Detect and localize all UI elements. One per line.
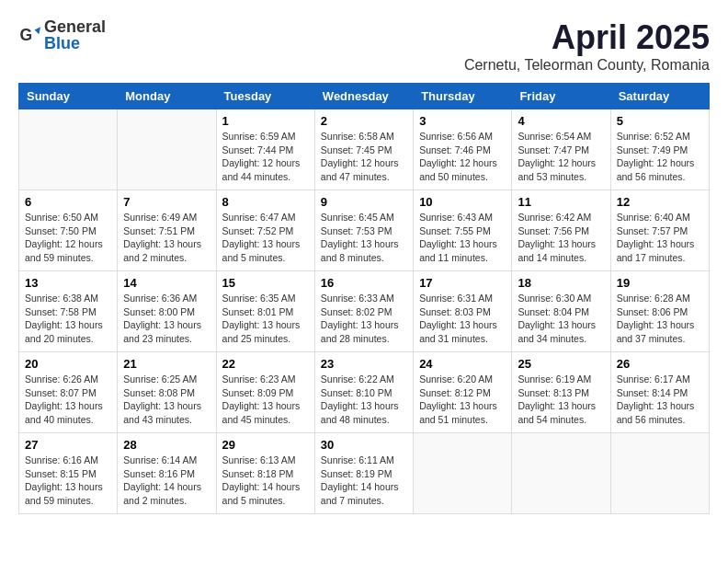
day-number: 30 xyxy=(321,438,407,452)
svg-text:G: G xyxy=(20,26,33,44)
day-info: Sunrise: 6:43 AMSunset: 7:55 PMDaylight:… xyxy=(419,211,506,265)
day-number: 16 xyxy=(321,276,407,290)
calendar-week-row: 13Sunrise: 6:38 AMSunset: 7:58 PMDayligh… xyxy=(19,271,710,352)
day-number: 4 xyxy=(518,114,604,128)
day-info: Sunrise: 6:36 AMSunset: 8:00 PMDaylight:… xyxy=(123,292,210,346)
calendar-day-cell: 28Sunrise: 6:14 AMSunset: 8:16 PMDayligh… xyxy=(118,433,216,514)
day-number: 13 xyxy=(25,276,111,290)
calendar-day-cell: 30Sunrise: 6:11 AMSunset: 8:19 PMDayligh… xyxy=(314,433,413,514)
calendar-day-cell: 22Sunrise: 6:23 AMSunset: 8:09 PMDayligh… xyxy=(216,352,314,433)
day-info: Sunrise: 6:52 AMSunset: 7:49 PMDaylight:… xyxy=(617,130,703,184)
day-info: Sunrise: 6:14 AMSunset: 8:16 PMDaylight:… xyxy=(123,454,210,508)
day-number: 18 xyxy=(518,276,604,290)
day-of-week-header: Wednesday xyxy=(314,84,413,109)
calendar-day-cell: 11Sunrise: 6:42 AMSunset: 7:56 PMDayligh… xyxy=(512,190,610,271)
calendar-day-cell: 24Sunrise: 6:20 AMSunset: 8:12 PMDayligh… xyxy=(414,352,512,433)
day-number: 21 xyxy=(123,357,210,371)
calendar-day-cell: 23Sunrise: 6:22 AMSunset: 8:10 PMDayligh… xyxy=(314,352,413,433)
day-info: Sunrise: 6:45 AMSunset: 7:53 PMDaylight:… xyxy=(321,211,407,265)
day-number: 27 xyxy=(25,438,111,452)
day-number: 22 xyxy=(222,357,309,371)
calendar-day-cell: 27Sunrise: 6:16 AMSunset: 8:15 PMDayligh… xyxy=(19,433,118,514)
calendar-day-cell: 6Sunrise: 6:50 AMSunset: 7:50 PMDaylight… xyxy=(19,190,118,271)
day-info: Sunrise: 6:23 AMSunset: 8:09 PMDaylight:… xyxy=(222,373,309,427)
day-number: 10 xyxy=(419,195,506,209)
calendar-day-cell: 25Sunrise: 6:19 AMSunset: 8:13 PMDayligh… xyxy=(512,352,610,433)
calendar-header-row: SundayMondayTuesdayWednesdayThursdayFrid… xyxy=(19,84,710,109)
day-info: Sunrise: 6:26 AMSunset: 8:07 PMDaylight:… xyxy=(25,373,111,427)
day-number: 9 xyxy=(321,195,407,209)
day-number: 28 xyxy=(123,438,210,452)
day-number: 3 xyxy=(419,114,506,128)
day-info: Sunrise: 6:47 AMSunset: 7:52 PMDaylight:… xyxy=(222,211,309,265)
calendar-day-cell: 26Sunrise: 6:17 AMSunset: 8:14 PMDayligh… xyxy=(610,352,709,433)
calendar-week-row: 6Sunrise: 6:50 AMSunset: 7:50 PMDaylight… xyxy=(19,190,710,271)
month-title: April 2025 xyxy=(464,18,710,57)
calendar-day-cell: 20Sunrise: 6:26 AMSunset: 8:07 PMDayligh… xyxy=(19,352,118,433)
day-number: 12 xyxy=(617,195,703,209)
calendar-day-cell: 14Sunrise: 6:36 AMSunset: 8:00 PMDayligh… xyxy=(118,271,216,352)
calendar-day-cell: 4Sunrise: 6:54 AMSunset: 7:47 PMDaylight… xyxy=(512,109,610,190)
calendar-day-cell: 17Sunrise: 6:31 AMSunset: 8:03 PMDayligh… xyxy=(414,271,512,352)
calendar-day-cell xyxy=(610,433,709,514)
day-info: Sunrise: 6:19 AMSunset: 8:13 PMDaylight:… xyxy=(518,373,604,427)
calendar-day-cell: 3Sunrise: 6:56 AMSunset: 7:46 PMDaylight… xyxy=(414,109,512,190)
day-info: Sunrise: 6:40 AMSunset: 7:57 PMDaylight:… xyxy=(617,211,703,265)
calendar-day-cell: 19Sunrise: 6:28 AMSunset: 8:06 PMDayligh… xyxy=(610,271,709,352)
calendar-week-row: 1Sunrise: 6:59 AMSunset: 7:44 PMDaylight… xyxy=(19,109,710,190)
page-header: G General Blue April 2025 Cernetu, Teleo… xyxy=(18,18,710,74)
day-number: 5 xyxy=(617,114,703,128)
day-info: Sunrise: 6:28 AMSunset: 8:06 PMDaylight:… xyxy=(617,292,703,346)
day-of-week-header: Friday xyxy=(512,84,610,109)
day-number: 8 xyxy=(222,195,309,209)
day-of-week-header: Saturday xyxy=(610,84,709,109)
logo-icon: G xyxy=(18,24,40,46)
day-info: Sunrise: 6:38 AMSunset: 7:58 PMDaylight:… xyxy=(25,292,111,346)
day-number: 24 xyxy=(419,357,506,371)
day-info: Sunrise: 6:16 AMSunset: 8:15 PMDaylight:… xyxy=(25,454,111,508)
calendar-table: SundayMondayTuesdayWednesdayThursdayFrid… xyxy=(18,83,710,514)
day-number: 2 xyxy=(321,114,407,128)
day-info: Sunrise: 6:13 AMSunset: 8:18 PMDaylight:… xyxy=(222,454,309,508)
calendar-day-cell xyxy=(19,109,118,190)
day-number: 23 xyxy=(321,357,407,371)
day-of-week-header: Monday xyxy=(118,84,216,109)
title-section: April 2025 Cernetu, Teleorman County, Ro… xyxy=(464,18,710,74)
calendar-week-row: 27Sunrise: 6:16 AMSunset: 8:15 PMDayligh… xyxy=(19,433,710,514)
day-info: Sunrise: 6:49 AMSunset: 7:51 PMDaylight:… xyxy=(123,211,210,265)
svg-marker-1 xyxy=(35,27,40,34)
day-number: 17 xyxy=(419,276,506,290)
day-number: 29 xyxy=(222,438,309,452)
calendar-day-cell: 8Sunrise: 6:47 AMSunset: 7:52 PMDaylight… xyxy=(216,190,314,271)
calendar-day-cell: 12Sunrise: 6:40 AMSunset: 7:57 PMDayligh… xyxy=(610,190,709,271)
calendar-day-cell xyxy=(118,109,216,190)
day-number: 11 xyxy=(518,195,604,209)
calendar-day-cell: 1Sunrise: 6:59 AMSunset: 7:44 PMDaylight… xyxy=(216,109,314,190)
day-number: 19 xyxy=(617,276,703,290)
day-number: 1 xyxy=(222,114,309,128)
calendar-day-cell: 29Sunrise: 6:13 AMSunset: 8:18 PMDayligh… xyxy=(216,433,314,514)
day-info: Sunrise: 6:31 AMSunset: 8:03 PMDaylight:… xyxy=(419,292,506,346)
day-number: 7 xyxy=(123,195,210,209)
day-of-week-header: Sunday xyxy=(19,84,118,109)
day-info: Sunrise: 6:58 AMSunset: 7:45 PMDaylight:… xyxy=(321,130,407,184)
day-number: 25 xyxy=(518,357,604,371)
day-number: 26 xyxy=(617,357,703,371)
calendar-day-cell: 2Sunrise: 6:58 AMSunset: 7:45 PMDaylight… xyxy=(314,109,413,190)
calendar-day-cell: 15Sunrise: 6:35 AMSunset: 8:01 PMDayligh… xyxy=(216,271,314,352)
calendar-day-cell: 5Sunrise: 6:52 AMSunset: 7:49 PMDaylight… xyxy=(610,109,709,190)
day-of-week-header: Tuesday xyxy=(216,84,314,109)
calendar-day-cell: 10Sunrise: 6:43 AMSunset: 7:55 PMDayligh… xyxy=(414,190,512,271)
calendar-week-row: 20Sunrise: 6:26 AMSunset: 8:07 PMDayligh… xyxy=(19,352,710,433)
logo: G General Blue xyxy=(18,18,106,52)
day-info: Sunrise: 6:11 AMSunset: 8:19 PMDaylight:… xyxy=(321,454,407,508)
calendar-day-cell: 16Sunrise: 6:33 AMSunset: 8:02 PMDayligh… xyxy=(314,271,413,352)
calendar-day-cell xyxy=(512,433,610,514)
calendar-day-cell: 18Sunrise: 6:30 AMSunset: 8:04 PMDayligh… xyxy=(512,271,610,352)
day-info: Sunrise: 6:22 AMSunset: 8:10 PMDaylight:… xyxy=(321,373,407,427)
day-info: Sunrise: 6:17 AMSunset: 8:14 PMDaylight:… xyxy=(617,373,703,427)
day-of-week-header: Thursday xyxy=(414,84,512,109)
day-info: Sunrise: 6:25 AMSunset: 8:08 PMDaylight:… xyxy=(123,373,210,427)
calendar-day-cell: 21Sunrise: 6:25 AMSunset: 8:08 PMDayligh… xyxy=(118,352,216,433)
calendar-day-cell: 7Sunrise: 6:49 AMSunset: 7:51 PMDaylight… xyxy=(118,190,216,271)
